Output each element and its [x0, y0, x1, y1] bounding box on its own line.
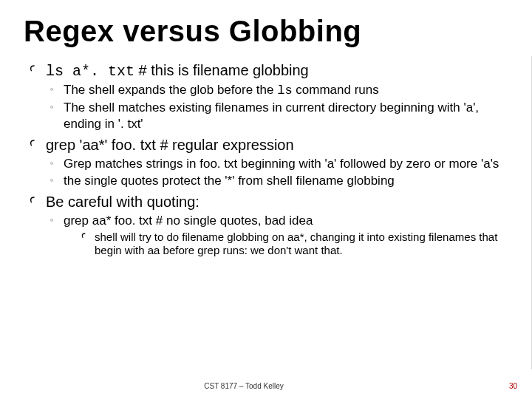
- bullet-item: Ꜥ ls a*. txt # this is filename globbing: [30, 61, 510, 81]
- text-span: The shell expands the glob before the: [64, 83, 277, 97]
- footer-credit: CST 8177 – Todd Kelley: [0, 382, 488, 390]
- bullet-main-icon: Ꜥ: [30, 136, 46, 154]
- sub-item: ◦ The shell expands the glob before the …: [50, 82, 510, 98]
- bullet-main-icon: Ꜥ: [30, 193, 46, 211]
- sub-text: The shell matches existing filenames in …: [64, 100, 510, 132]
- sub-text: Grep matches strings in foo. txt beginni…: [64, 156, 510, 171]
- slide-body: Ꜥ ls a*. txt # this is filename globbing…: [0, 61, 532, 258]
- sub-item: ◦ Grep matches strings in foo. txt begin…: [50, 156, 510, 171]
- code-span: ls a*. txt: [46, 63, 134, 80]
- sub-item: ◦ The shell matches existing filenames i…: [50, 100, 510, 132]
- bullet-text: grep 'aa*' foo. txt # regular expression: [46, 136, 510, 154]
- bullet-text: ls a*. txt # this is filename globbing: [46, 61, 510, 81]
- subsub-text: shell will try to do filename globbing o…: [95, 231, 510, 259]
- sub-bullet-icon: ◦: [50, 213, 64, 228]
- slide-title: Regex versus Globbing: [0, 0, 532, 60]
- bullet-item: Ꜥ grep 'aa*' foo. txt # regular expressi…: [30, 136, 510, 154]
- sub-bullet-icon: ◦: [50, 82, 64, 97]
- sub-list: ◦ The shell expands the glob before the …: [50, 82, 510, 132]
- sub-bullet-icon: ◦: [50, 156, 64, 171]
- sub-item: ◦ the single quotes protect the '*' from…: [50, 173, 510, 188]
- text-span: grep aa* foo. txt # no single quotes, ba…: [64, 214, 313, 228]
- sub-item: ◦ grep aa* foo. txt # no single quotes, …: [50, 213, 510, 258]
- bullet-text: Be careful with quoting:: [46, 193, 510, 211]
- bullet-item: Ꜥ Be careful with quoting:: [30, 193, 510, 211]
- code-span: ls: [277, 83, 292, 98]
- page-number: 30: [509, 382, 517, 390]
- subsub-item: Ꜥ shell will try to do filename globbing…: [81, 231, 510, 259]
- sub-list: ◦ Grep matches strings in foo. txt begin…: [50, 156, 510, 189]
- sub-bullet-icon: ◦: [50, 100, 64, 115]
- text-span: # this is filename globbing: [134, 62, 309, 78]
- text-span: command runs: [293, 83, 379, 97]
- sub-text: grep aa* foo. txt # no single quotes, ba…: [64, 213, 510, 258]
- sub-text: The shell expands the glob before the ls…: [64, 82, 510, 98]
- bullet-main-icon: Ꜥ: [30, 61, 46, 79]
- sub-bullet-icon: ◦: [50, 173, 64, 188]
- sub-text: the single quotes protect the '*' from s…: [64, 173, 510, 188]
- sub-list: ◦ grep aa* foo. txt # no single quotes, …: [50, 213, 510, 258]
- subsub-bullet-icon: Ꜥ: [81, 231, 95, 244]
